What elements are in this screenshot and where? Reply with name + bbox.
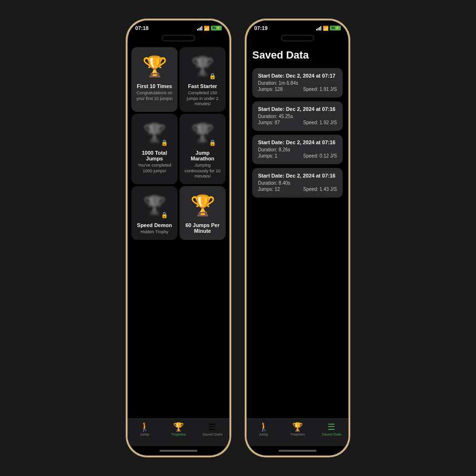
status-icons-2: 📶 51⚡ (316, 26, 341, 31)
battery-1: 51⚡ (211, 26, 222, 30)
record-2-title: Start Date: Dec 2, 2024 at 07:16 (258, 106, 337, 112)
record-4-jumps: Jumps: 12 (258, 187, 280, 192)
signal-1 (197, 26, 202, 30)
trophy-60jpm: 🏆 60 Jumps Per Minute (179, 186, 226, 240)
record-4-duration-row: Duration: 8.40s (258, 180, 337, 186)
record-2-speed: Speed: 1.92 J/S (303, 120, 337, 125)
dynamic-island-2 (281, 35, 314, 41)
record-3-duration-row: Duration: 8.26s (258, 147, 337, 152)
tab-saveddata-label-2: Saved Data (321, 432, 341, 436)
saveddata-icon-2: ☰ (327, 423, 335, 431)
home-indicator-1 (128, 446, 229, 456)
wifi-icon-2: 📶 (323, 26, 328, 31)
record-3-speed: Speed: 0.12 J/S (303, 153, 337, 159)
trophy-icon-marathon: 🏆 🔒 (188, 119, 217, 147)
record-2-duration-row: Duration: 45.25s (258, 114, 337, 119)
trophy-icon-60jpm: 🏆 (188, 191, 217, 219)
record-3-title: Start Date: Dec 2, 2024 at 07:16 (258, 139, 337, 145)
trophy-1000jumps: 🏆 🔒 1000 Total Jumps You've completed 10… (131, 114, 178, 184)
lock-icon-marathon: 🔒 (209, 139, 216, 146)
trophy-desc-marathon: Jumping continuously for 10 minutes! (183, 163, 222, 179)
status-bar-2: 07:19 📶 51⚡ (247, 20, 348, 33)
record-4-jumps-row: Jumps: 12 Speed: 1.43 J/S (258, 187, 337, 192)
trophy-icon-fast-starter: 🏆 🔒 (188, 52, 217, 80)
trophy-icon-speed-demon: 🏆 🔒 (140, 191, 169, 219)
record-2-jumps-row: Jumps: 87 Speed: 1.92 J/S (258, 120, 337, 125)
jump-icon-1: 🚶 (139, 423, 150, 431)
trophy-fast-starter: 🏆 🔒 Fast Starter Completed 150 jumps in … (179, 47, 226, 112)
data-record-1: Start Date: Dec 2, 2024 at 07:17 Duratio… (252, 68, 343, 98)
record-1-jumps-row: Jumps: 128 Speed: 1.91 J/S (258, 87, 337, 92)
tab-jump-label-1: Jump (140, 432, 149, 436)
tab-jump-1[interactable]: 🚶 Jump (128, 423, 161, 436)
data-record-2: Start Date: Dec 2, 2024 at 07:16 Duratio… (252, 101, 343, 131)
tab-bar-1: 🚶 Jump 🏆 Trophies ☰ Saved Data (128, 418, 229, 446)
trophy-name-first10: First 10 Times (137, 83, 172, 89)
trophy-grid: 🏆 First 10 Times Congratulations on your… (131, 47, 226, 240)
record-2-duration: Duration: 45.25s (258, 114, 293, 119)
record-3-jumps: Jumps: 1 (258, 153, 278, 159)
dynamic-island-1 (162, 35, 195, 41)
lock-icon-fast-starter: 🔒 (209, 73, 216, 79)
status-icons-1: 📶 51⚡ (197, 26, 222, 31)
tab-saveddata-label-1: Saved Data (202, 432, 222, 436)
tab-trophies-1[interactable]: 🏆 Trophies (161, 423, 195, 436)
record-1-speed: Speed: 1.91 J/S (303, 87, 337, 92)
saveddata-icon-1: ☰ (208, 423, 216, 431)
record-3-duration: Duration: 8.26s (258, 147, 290, 152)
trophy-name-60jpm: 60 Jumps Per Minute (183, 222, 222, 234)
trophy-emoji-60jpm: 🏆 (190, 194, 215, 217)
tab-saveddata-2[interactable]: ☰ Saved Data (315, 423, 348, 436)
time-1: 07:18 (135, 25, 149, 31)
trophies-content: 🏆 First 10 Times Congratulations on your… (128, 41, 229, 418)
wifi-icon-1: 📶 (204, 26, 209, 31)
saved-data-screen: Saved Data Start Date: Dec 2, 2024 at 07… (247, 41, 348, 446)
trophy-emoji-first10: 🏆 (142, 55, 167, 78)
tab-trophies-label-2: Trophies (290, 432, 305, 436)
lock-icon-speed-demon: 🔒 (161, 212, 168, 218)
trophy-desc-first10: Congratulations on your first 10 jumps! (135, 90, 174, 101)
trophies-screen: 🏆 First 10 Times Congratulations on your… (128, 41, 229, 446)
tab-trophies-label-1: Trophies (171, 432, 186, 436)
jump-icon-2: 🚶 (258, 423, 269, 431)
trophies-icon-1: 🏆 (173, 423, 184, 431)
battery-2: 51⚡ (330, 26, 341, 30)
time-2: 07:19 (254, 25, 268, 31)
trophy-name-speed-demon: Speed Demon (137, 222, 172, 228)
trophies-icon-2: 🏆 (292, 423, 303, 431)
trophy-first10: 🏆 First 10 Times Congratulations on your… (131, 47, 178, 112)
trophy-desc-speed-demon: Hidden Trophy (140, 229, 169, 235)
saved-data-title: Saved Data (252, 49, 343, 61)
trophy-icon-1000jumps: 🏆 🔒 (140, 119, 169, 147)
trophy-desc-1000jumps: You've completed 1000 jumps! (135, 163, 174, 174)
record-3-jumps-row: Jumps: 1 Speed: 0.12 J/S (258, 153, 337, 159)
record-4-speed: Speed: 1.43 J/S (303, 187, 337, 192)
trophy-icon-first10: 🏆 (140, 52, 169, 80)
status-bar-1: 07:18 📶 51⚡ (128, 20, 229, 33)
signal-2 (316, 26, 321, 30)
trophy-name-marathon: Jump Marathon (183, 150, 222, 161)
record-1-jumps: Jumps: 128 (258, 87, 283, 92)
record-1-duration: Duration: 1m 6.84s (258, 80, 298, 86)
record-2-jumps: Jumps: 87 (258, 120, 280, 125)
record-1-duration-row: Duration: 1m 6.84s (258, 80, 337, 86)
tab-bar-2: 🚶 Jump 🏆 Trophies ☰ Saved Data (247, 418, 348, 446)
phone-trophies: 07:18 📶 51⚡ 🏆 (126, 19, 231, 457)
trophy-name-1000jumps: 1000 Total Jumps (135, 150, 174, 161)
tab-saveddata-1[interactable]: ☰ Saved Data (196, 423, 229, 436)
data-record-3: Start Date: Dec 2, 2024 at 07:16 Duratio… (252, 135, 343, 164)
tab-jump-label-2: Jump (259, 432, 268, 436)
trophy-name-fast-starter: Fast Starter (188, 83, 217, 89)
home-indicator-2 (247, 446, 348, 456)
phone-saved-data: 07:19 📶 51⚡ Saved Data Start Date: D (245, 19, 350, 457)
trophy-desc-fast-starter: Completed 150 jumps in under 2 minutes! (183, 90, 222, 107)
tab-trophies-2[interactable]: 🏆 Trophies (280, 423, 314, 436)
record-4-title: Start Date: Dec 2, 2024 at 07:16 (258, 173, 337, 178)
record-1-title: Start Date: Dec 2, 2024 at 07:17 (258, 73, 337, 79)
record-4-duration: Duration: 8.40s (258, 180, 290, 186)
trophy-marathon: 🏆 🔒 Jump Marathon Jumping continuously f… (179, 114, 226, 184)
lock-icon-1000jumps: 🔒 (161, 139, 168, 146)
tab-jump-2[interactable]: 🚶 Jump (247, 423, 280, 436)
trophy-speed-demon: 🏆 🔒 Speed Demon Hidden Trophy (131, 186, 178, 240)
saved-data-content: Saved Data Start Date: Dec 2, 2024 at 07… (247, 41, 348, 418)
